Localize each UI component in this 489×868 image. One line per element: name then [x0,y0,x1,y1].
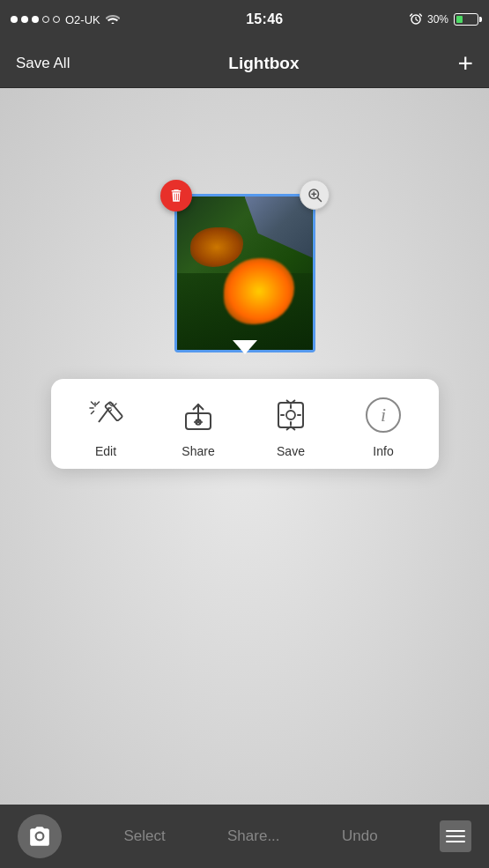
nav-title: Lightbox [228,54,299,73]
info-circle-icon: i [366,397,401,433]
nav-bar: Save All Lightbox + [0,39,489,88]
main-content: Edit Share [0,88,489,805]
share-button[interactable]: Share... [227,827,280,845]
trash-icon [168,188,184,204]
info-menu-item[interactable]: i Info [344,393,423,458]
menu-line-2 [446,835,465,837]
menu-button[interactable] [440,820,471,852]
dot-5 [53,16,60,23]
zoom-in-icon [307,187,322,203]
select-button[interactable]: Select [123,827,165,845]
svg-point-24 [286,411,295,419]
status-right: 30% [410,12,478,27]
dot-1 [11,16,18,23]
svg-line-10 [92,412,94,414]
svg-line-9 [97,402,100,404]
dot-2 [21,16,28,23]
save-icon [269,393,313,437]
delete-button[interactable] [160,180,192,211]
rose-photo [177,197,313,350]
camera-icon [28,825,51,848]
wifi-icon [106,13,120,26]
share-label: Share [182,444,214,458]
menu-line-1 [446,830,465,832]
image-card-container [174,194,315,352]
svg-line-8 [92,402,94,404]
share-icon [176,393,220,437]
photo-frame[interactable] [174,194,315,352]
edit-menu-item[interactable]: Edit [66,393,145,458]
status-time: 15:46 [246,11,283,27]
status-bar: O2-UK 15:46 30% [0,0,489,39]
image-card [174,194,315,352]
signal-dots [11,16,60,23]
battery-percent: 30% [427,13,448,26]
svg-point-29 [37,834,43,840]
info-label: Info [373,444,393,458]
status-left: O2-UK [11,13,120,26]
undo-button[interactable]: Undo [342,827,378,845]
carrier-label: O2-UK [65,13,100,26]
dot-3 [32,16,39,23]
info-icon-container: i [361,393,405,437]
popup-menu: Edit Share [51,379,439,469]
edit-icon [84,393,128,437]
zoom-button[interactable] [300,180,330,210]
save-menu-item[interactable]: Save [251,393,330,458]
save-all-button[interactable]: Save All [16,55,70,72]
save-label: Save [277,444,305,458]
battery-indicator [454,13,478,26]
camera-button[interactable] [18,814,62,858]
edit-label: Edit [95,444,116,458]
popup-arrow [233,340,257,354]
add-button[interactable]: + [457,50,473,77]
dot-4 [42,16,49,23]
alarm-icon [410,12,422,27]
bottom-toolbar: Select Share... Undo [0,805,489,868]
svg-line-2 [317,197,321,201]
share-menu-item[interactable]: Share [159,393,238,458]
menu-line-3 [446,841,465,842]
